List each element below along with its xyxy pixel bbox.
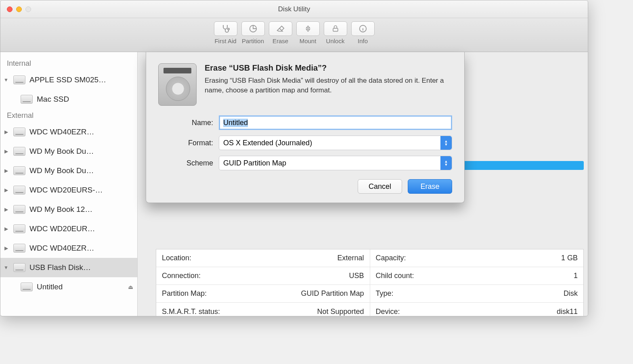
stethoscope-icon [214,21,237,36]
titlebar: Disk Utility [0,0,588,18]
sheet-title: Erase “USB Flash Disk Media”? [205,63,452,73]
detail-row: Child count:1 [370,267,584,285]
window-title: Disk Utility [0,5,588,13]
sidebar-item-external-disk[interactable]: ▶ WD My Book Du… [0,142,137,161]
unlock-button[interactable]: Unlock [324,21,347,44]
drive-icon [13,205,25,214]
toolbar: First Aid Partition Erase Mount Unlock [0,18,588,52]
detail-row: Connection:USB [156,267,370,285]
main-content: Location:External Connection:USB Partiti… [138,52,588,316]
detail-row: Partition Map:GUID Partition Map [156,285,370,303]
svg-point-0 [228,28,229,30]
partition-button[interactable]: Partition [241,21,265,44]
drive-icon [21,282,33,291]
sidebar-item-external-disk[interactable]: ▶ WDC WD40EZR… [0,238,137,258]
detail-row: S.M.A.R.T. status:Not Supported [156,303,370,316]
sidebar-item-volume[interactable]: Mac SSD [0,90,137,109]
name-label: Name: [158,119,219,127]
select-arrows-icon: ▲▼ [440,136,452,150]
drive-icon [13,75,25,84]
erase-icon [269,21,292,36]
eject-icon[interactable]: ⏏ [128,284,133,290]
erase-confirm-button[interactable]: Erase [408,179,452,194]
disclosure-triangle-icon[interactable]: ▶ [3,187,9,193]
scheme-label: Scheme [158,159,219,167]
drive-icon [13,224,25,233]
lock-icon [324,21,347,36]
sidebar-item-usb-flash-disk[interactable]: ▼ USB Flash Disk… [0,258,137,277]
detail-row: Location:External [156,249,370,267]
drive-icon [13,186,25,195]
disk-utility-window: Disk Utility First Aid Partition Erase M… [0,0,588,316]
sidebar-item-external-disk[interactable]: ▶ WDC WD20EUR… [0,219,137,238]
sidebar-item-external-disk[interactable]: ▶ WD My Book 12… [0,200,137,219]
detail-row: Type:Disk [370,285,584,303]
select-arrows-icon: ▲▼ [440,156,452,170]
drive-icon [13,244,25,253]
disclosure-triangle-icon[interactable]: ▶ [3,245,9,251]
mount-icon [296,21,320,36]
mount-button[interactable]: Mount [296,21,320,44]
detail-row: Capacity:1 GB [370,249,584,267]
sidebar-section-internal: Internal [0,57,137,70]
details-table: Location:External Connection:USB Partiti… [156,249,584,316]
sidebar-item-internal-disk[interactable]: ▼ APPLE SSD SM025… [0,70,137,90]
sidebar-item-external-disk[interactable]: ▶ WD My Book Du… [0,161,137,180]
disclosure-triangle-icon[interactable]: ▼ [3,265,9,270]
format-select[interactable]: OS X Extended (Journaled) ▲▼ [219,136,452,150]
erase-button[interactable]: Erase [269,21,292,44]
disclosure-triangle-icon[interactable]: ▶ [3,129,9,135]
svg-rect-2 [333,28,338,31]
sidebar-item-volume[interactable]: Untitled ⏏ [0,277,137,297]
pie-icon [241,21,265,36]
sidebar-section-external: External [0,109,137,122]
name-input[interactable] [219,115,452,130]
info-icon [351,21,375,36]
drive-icon [21,95,33,104]
sidebar: Internal ▼ APPLE SSD SM025… Mac SSD Exte… [0,52,138,316]
detail-row: Device:disk11 [370,303,584,316]
drive-icon [13,166,25,175]
sidebar-item-external-disk[interactable]: ▶ WDC WD40EZR… [0,122,137,142]
hard-drive-icon [158,63,197,106]
disclosure-triangle-icon[interactable]: ▼ [3,77,9,83]
first-aid-button[interactable]: First Aid [214,21,237,44]
erase-sheet: Erase “USB Flash Disk Media”? Erasing “U… [146,52,465,203]
drive-icon [13,263,25,272]
sidebar-item-external-disk[interactable]: ▶ WDC WD20EURS-… [0,180,137,200]
cancel-button[interactable]: Cancel [358,179,402,194]
drive-icon [13,128,25,136]
sheet-body: Erasing “USB Flash Disk Media” will dest… [205,76,452,95]
info-button[interactable]: Info [351,21,375,44]
disclosure-triangle-icon[interactable]: ▶ [3,149,9,154]
drive-icon [13,147,25,156]
format-label: Format: [158,139,219,147]
disclosure-triangle-icon[interactable]: ▶ [3,226,9,232]
scheme-select[interactable]: GUID Partition Map ▲▼ [219,156,452,170]
disclosure-triangle-icon[interactable]: ▶ [3,207,9,212]
disclosure-triangle-icon[interactable]: ▶ [3,168,9,174]
